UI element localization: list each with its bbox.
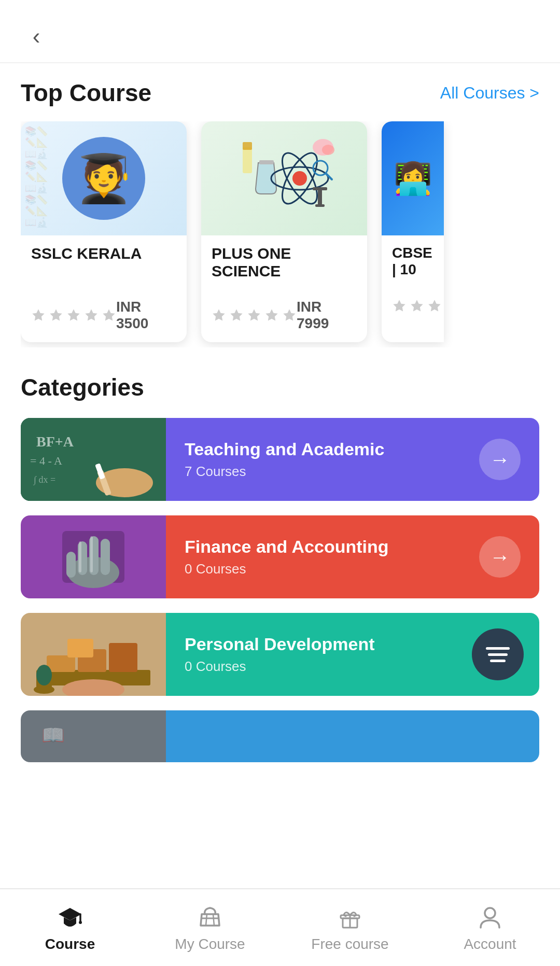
filter-button[interactable] [472,628,524,680]
category-thumb-finance [21,515,166,598]
student-emoji: 🧑‍🎓 [75,155,133,202]
nav-label-free-course: Free course [311,936,388,953]
category-body-finance: Finance and Accounting 0 Courses → [166,515,539,598]
svg-rect-14 [315,204,325,207]
person-icon [477,904,503,931]
course-card-body-cbse: CBSE | 10 [382,235,444,324]
svg-marker-0 [32,309,44,320]
gift-icon [337,904,363,931]
cbse-illustration: 👩‍💻 [382,121,444,235]
graduation-cap-icon [57,904,83,931]
svg-line-60 [213,914,214,926]
nav-item-free-course[interactable]: Free course [280,889,420,966]
svg-marker-1 [50,309,62,320]
category-count-finance: 0 Courses [185,561,389,577]
category-card-teaching[interactable]: BF+A = 4 - A ∫ dx = Teaching and Academi… [21,418,539,501]
course-card-footer-cbse [392,299,433,313]
course-title-science: PLUS ONE SCIENCE [212,245,357,286]
category-body-teaching: Teaching and Academic 7 Courses → [166,418,539,501]
svg-marker-25 [411,300,423,311]
course-title-sslc: SSLC KERALA [31,245,176,286]
nav-icon-course [55,903,85,932]
course-card-image-sslc: 📚📏✏️📐📖🔬📚📏✏️📐📖🔬📚📏✏️📐📖🔬 🧑‍🎓 [21,121,187,235]
svg-rect-49 [67,639,93,657]
nav-label-course: Course [45,936,95,953]
arrow-circle-finance: → [479,536,521,578]
category-card-personal[interactable]: Personal Development 0 Courses [21,613,539,696]
svg-point-64 [485,908,495,918]
svg-marker-4 [103,309,115,320]
category-card-finance[interactable]: Finance and Accounting 0 Courses → [21,515,539,598]
section-title: Top Course [21,79,151,107]
course-card-body-sslc: SSLC KERALA INR 3500 [21,235,187,342]
nav-label-my-course: My Course [175,936,245,953]
nav-icon-free-course [335,903,365,932]
section-header: Top Course All Courses > [21,79,539,107]
svg-marker-26 [428,300,440,311]
course-card-image-science [201,121,367,235]
category-thumb-teaching: BF+A = 4 - A ∫ dx = [21,418,166,501]
svg-rect-12 [318,189,322,207]
svg-rect-46 [47,655,75,672]
course-title-cbse: CBSE | 10 [392,245,433,286]
course-card-sslc[interactable]: 📚📏✏️📐📖🔬📚📏✏️📐📖🔬📚📏✏️📐📖🔬 🧑‍🎓 SSLC KERALA [21,121,187,342]
back-button[interactable]: ‹ [21,21,52,52]
svg-marker-2 [67,309,79,320]
svg-point-53 [36,665,52,685]
categories-title: Categories [21,373,539,401]
star-rating-sslc [31,308,116,323]
course-price-science: INR 7999 [297,299,357,332]
category-text-finance: Finance and Accounting 0 Courses [185,537,389,577]
svg-text:= 4 - A: = 4 - A [30,454,62,467]
svg-marker-19 [213,309,225,320]
svg-rect-41 [66,552,76,578]
star-rating-science [212,308,297,323]
svg-marker-23 [283,309,295,320]
filter-line-1 [486,647,510,650]
svg-marker-20 [230,309,242,320]
svg-rect-48 [109,643,137,672]
course-price-sslc: INR 3500 [116,299,176,332]
category-text-personal: Personal Development 0 Courses [185,634,375,675]
courses-scroll: 📚📏✏️📐📖🔬📚📏✏️📐📖🔬📚📏✏️📐📖🔬 🧑‍🎓 SSLC KERALA [21,121,539,347]
svg-line-59 [206,914,207,926]
all-courses-link[interactable]: All Courses > [440,83,539,103]
course-card-image-cbse: 👩‍💻 [382,121,444,235]
atom-svg [232,132,336,225]
svg-rect-43 [90,536,93,572]
svg-point-57 [79,921,82,924]
course-card-footer-sslc: INR 3500 [31,299,176,332]
svg-text:BF+A: BF+A [36,433,74,450]
basket-icon [197,904,223,931]
nav-item-my-course[interactable]: My Course [140,889,280,966]
course-card-science[interactable]: PLUS ONE SCIENCE INR 7999 [201,121,367,342]
nav-icon-account [475,903,505,932]
category-name-teaching: Teaching and Academic [185,439,384,459]
svg-text:📖: 📖 [41,724,65,746]
svg-marker-21 [248,309,260,320]
nav-item-account[interactable]: Account [420,889,560,966]
nav-item-course[interactable]: Course [0,889,140,966]
svg-rect-6 [243,142,252,150]
svg-rect-5 [243,147,252,173]
header-divider [0,62,560,63]
svg-rect-7 [259,160,274,164]
course-card-cbse-partial[interactable]: 👩‍💻 CBSE | 10 [382,121,444,342]
svg-point-11 [292,171,307,186]
categories-section: Categories BF+A = 4 - A ∫ dx = Teaching … [0,363,560,839]
category-count-teaching: 7 Courses [185,464,384,480]
category-thumb-extra: 📖 [21,710,166,762]
category-count-personal: 0 Courses [185,659,375,675]
nav-icon-my-course [195,903,225,932]
student-avatar: 🧑‍🎓 [62,137,145,220]
star-rating-cbse [392,299,442,313]
bottom-navigation: Course My Course Free cou [0,888,560,966]
svg-marker-3 [85,309,97,320]
nav-label-account: Account [464,936,516,953]
category-thumb-personal [21,613,166,696]
category-body-personal: Personal Development 0 Courses [166,613,539,696]
arrow-circle-teaching: → [479,439,521,480]
category-card-extra[interactable]: 📖 [21,710,539,762]
svg-rect-40 [101,539,110,575]
svg-marker-22 [265,309,277,320]
